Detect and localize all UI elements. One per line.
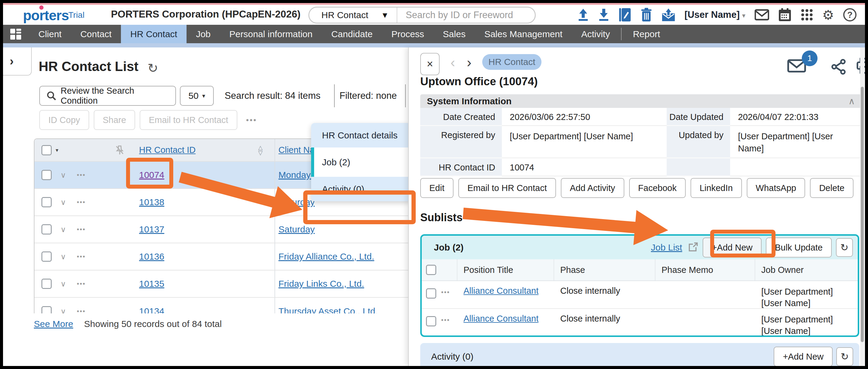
apps-grid-icon[interactable] [801, 8, 813, 21]
nav-tab-sales-management[interactable]: Sales Management [475, 25, 572, 43]
porters-logo[interactable]: porters [23, 7, 69, 24]
row-checkbox[interactable] [41, 162, 52, 188]
calendar-icon[interactable] [778, 8, 792, 22]
row-expand-icon[interactable]: ∨ [60, 189, 66, 215]
client-name-link[interactable]: Friday Alliance Co., Ltd. [278, 251, 374, 262]
upload-icon[interactable] [578, 8, 589, 22]
client-name-link[interactable]: Saturday [278, 224, 315, 235]
menu-item-hr-contact-details[interactable]: HR Contact details [311, 123, 411, 147]
job-bulk-update-button[interactable]: Bulk Update [766, 238, 832, 258]
history-back-icon[interactable]: ‹ [451, 54, 455, 70]
nav-tab-contact[interactable]: Contact [71, 25, 121, 43]
column-header-job-owner[interactable]: Job Owner [755, 259, 858, 280]
panel-scrollbar[interactable] [860, 47, 864, 366]
nav-tab-process[interactable]: Process [382, 25, 433, 43]
hr-contact-id-link[interactable]: 10136 [139, 251, 164, 262]
column-header-hr-contact-id[interactable]: HR Contact ID [139, 139, 196, 161]
help-icon[interactable]: ? [843, 8, 857, 22]
search-scope-select[interactable]: HR Contact ▼ [309, 7, 397, 23]
client-name-link[interactable]: Saturday [278, 197, 315, 207]
hr-contact-id-link[interactable]: 10074 [139, 170, 164, 180]
email-to-hr-contact-button[interactable]: Email to HR Contact [140, 110, 237, 130]
row-expand-icon[interactable]: ∨ [60, 270, 66, 297]
scrollbar-thumb[interactable] [861, 87, 864, 342]
nav-tab-personal-information[interactable]: Personal information [220, 25, 322, 43]
add-activity-button[interactable]: Add Activity [561, 178, 624, 198]
hr-contact-id-link[interactable]: 10138 [139, 197, 164, 207]
download-icon[interactable] [598, 8, 610, 22]
share-button[interactable]: Share [94, 110, 135, 130]
nav-apps-icon[interactable] [3, 25, 29, 43]
select-all-checkbox[interactable] [41, 139, 52, 161]
row-checkbox[interactable] [41, 243, 52, 270]
more-actions-icon[interactable]: ••• [246, 115, 257, 125]
row-expand-icon[interactable]: ∨ [60, 243, 66, 270]
row-expand-icon[interactable]: ∨ [60, 298, 66, 313]
hr-contact-id-link[interactable]: 10134 [139, 306, 164, 313]
row-more-icon[interactable]: ••• [77, 162, 86, 188]
row-expand-icon[interactable]: ∨ [60, 216, 66, 243]
user-menu[interactable]: [User Name]▾ [684, 9, 746, 20]
row-more-icon[interactable]: ••• [77, 216, 86, 243]
trash-icon[interactable] [640, 7, 652, 22]
menu-item-activity[interactable]: Activity (0) [311, 177, 411, 201]
job-row[interactable]: ••• Alliance Consultant Close internally… [422, 309, 858, 337]
collapse-icon[interactable]: ∧ [848, 96, 855, 106]
facebook-button[interactable]: Facebook [629, 178, 686, 198]
close-panel-button[interactable]: × [420, 53, 440, 75]
hr-contact-id-link[interactable]: 10135 [139, 279, 164, 289]
nav-tab-hr-contact[interactable]: HR Contact [121, 25, 187, 43]
edit-button[interactable]: Edit [420, 178, 454, 198]
menu-item-job[interactable]: Job (2) [311, 147, 411, 177]
activity-refresh-icon[interactable]: ↻ [836, 347, 853, 366]
refresh-list-icon[interactable]: ↻ [148, 61, 158, 75]
mail-icon[interactable] [755, 9, 769, 21]
row-more-icon[interactable]: ••• [77, 298, 86, 313]
search-input[interactable] [397, 10, 535, 21]
history-forward-icon[interactable]: › [467, 54, 471, 70]
job-select-all-checkbox[interactable] [422, 259, 458, 280]
client-name-link[interactable]: Thursday Asset Co., Ltd. [278, 306, 378, 313]
nav-tab-activity[interactable]: Activity [572, 25, 619, 43]
sidebar-expand-button[interactable]: › [3, 47, 32, 75]
linkedin-button[interactable]: LinkedIn [690, 178, 742, 198]
share-icon[interactable] [831, 59, 846, 76]
row-checkbox[interactable] [426, 316, 436, 326]
row-checkbox[interactable] [41, 298, 52, 313]
job-add-new-button[interactable]: +Add New [703, 238, 762, 258]
nav-tab-job[interactable]: Job [187, 25, 220, 43]
position-title-link[interactable]: Alliance Consultant [463, 286, 538, 296]
hr-contact-id-link[interactable]: 10137 [139, 224, 164, 235]
system-information-header[interactable]: System Information ∧ [420, 94, 862, 108]
email-to-hr-contact-button[interactable]: Email to HR Contact [458, 178, 556, 198]
client-name-link[interactable]: Friday Links Co., Ltd. [278, 279, 364, 289]
row-more-icon[interactable]: ••• [77, 270, 86, 297]
row-more-icon[interactable]: ••• [77, 189, 86, 215]
job-refresh-icon[interactable]: ↻ [836, 238, 853, 257]
column-header-phase-memo[interactable]: Phase Memo [655, 259, 755, 280]
row-checkbox[interactable] [41, 189, 52, 215]
whatsapp-button[interactable]: WhatsApp [747, 178, 805, 198]
nav-tab-sales[interactable]: Sales [434, 25, 475, 43]
column-header-phase[interactable]: Phase [554, 259, 655, 280]
activity-add-new-button[interactable]: +Add New [774, 347, 833, 367]
position-title-link[interactable]: Alliance Consultant [463, 314, 538, 324]
nav-tab-candidate[interactable]: Candidate [322, 25, 382, 43]
review-search-condition-button[interactable]: Review the Search Condition [39, 86, 176, 106]
page-size-select[interactable]: 50 ▾ [180, 86, 214, 106]
job-row[interactable]: ••• Alliance Consultant Close internally… [422, 281, 858, 309]
edit-note-icon[interactable] [619, 7, 631, 22]
row-expand-icon[interactable]: ∨ [60, 162, 66, 188]
row-more-icon[interactable]: ••• [441, 288, 450, 296]
select-menu-caret-icon[interactable]: ▾ [56, 139, 58, 161]
gear-icon[interactable]: ⚙ [823, 7, 834, 23]
row-checkbox[interactable] [426, 288, 436, 299]
nav-tab-client[interactable]: Client [29, 25, 71, 43]
row-checkbox[interactable] [41, 216, 52, 243]
pin-off-icon[interactable] [115, 139, 125, 161]
id-copy-button[interactable]: ID Copy [39, 110, 89, 130]
mail-import-icon[interactable] [661, 8, 675, 22]
delete-button[interactable]: Delete [810, 178, 854, 198]
column-header-position-title[interactable]: Position Title [458, 259, 554, 280]
nav-tab-report[interactable]: Report [623, 25, 670, 43]
